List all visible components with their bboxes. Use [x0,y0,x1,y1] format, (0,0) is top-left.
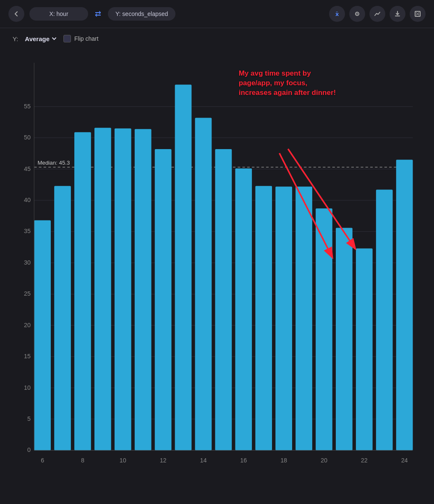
svg-text:14: 14 [200,457,207,464]
download-button[interactable] [390,6,405,22]
flip-checkbox-box [63,35,71,42]
svg-rect-38 [155,149,172,450]
svg-text:18: 18 [280,457,287,464]
svg-rect-44 [235,168,252,450]
svg-text:22: 22 [361,457,368,464]
svg-text:10: 10 [120,457,126,464]
svg-text:16: 16 [240,457,247,464]
svg-text:30: 30 [24,259,31,266]
svg-text:20: 20 [24,322,31,328]
svg-rect-47 [275,186,292,450]
svg-text:50: 50 [24,134,31,141]
chart-container: My avg time spent by page/app, my focus,… [0,50,434,503]
svg-text:25: 25 [24,290,31,297]
svg-text:6: 6 [41,457,44,464]
svg-text:8: 8 [81,457,84,464]
svg-text:24: 24 [401,457,408,464]
svg-rect-37 [135,129,152,450]
svg-text:12: 12 [160,457,167,464]
svg-text:0: 0 [27,446,31,453]
x-bar-icon: x̄ [335,11,339,17]
svg-rect-46 [255,186,272,451]
svg-text:20: 20 [321,457,327,464]
svg-text:55: 55 [24,103,31,110]
svg-rect-49 [295,186,312,450]
flip-chart-toggle[interactable]: Flip chart [63,35,99,42]
svg-rect-40 [175,85,192,451]
svg-rect-50 [316,208,332,450]
svg-rect-31 [54,186,71,451]
trend-button[interactable] [369,6,385,22]
svg-rect-52 [336,228,353,450]
svg-text:15: 15 [24,353,31,360]
swap-axes-icon[interactable]: ⇄ [93,9,103,18]
svg-rect-34 [94,128,111,450]
aggregate-label: Average [25,35,50,42]
svg-rect-56 [396,160,413,450]
svg-point-1 [357,13,358,15]
x-axis-selector[interactable]: X: hour [29,7,88,21]
svg-text:35: 35 [24,228,31,234]
toolbar-actions: x̄ [329,6,426,22]
svg-rect-43 [215,149,232,450]
svg-rect-41 [195,118,212,450]
x-bar-icon-button[interactable]: x̄ [329,6,345,22]
svg-rect-2 [415,11,420,16]
svg-text:45: 45 [24,165,31,172]
pin-button[interactable] [349,6,365,22]
svg-rect-29 [34,220,51,451]
svg-rect-55 [376,190,393,451]
svg-rect-53 [356,249,373,451]
svg-rect-32 [74,132,91,451]
toolbar: X: hour ⇄ Y: seconds_elapsed x̄ [0,0,434,28]
svg-text:10: 10 [24,384,31,391]
controls-row: Y: Average Flip chart [0,28,434,46]
svg-rect-35 [115,129,131,450]
expand-button[interactable] [410,6,426,22]
svg-text:40: 40 [24,197,31,203]
y-prefix-label: Y: [13,35,18,42]
svg-text:Median: 45.3: Median: 45.3 [37,160,70,166]
back-button[interactable] [8,6,24,22]
flip-chart-label: Flip chart [74,35,99,42]
y-axis-selector[interactable]: Y: seconds_elapsed [108,7,175,21]
bar-chart: 0510152025303540455055Median: 45.3681012… [13,54,421,485]
svg-text:5: 5 [27,415,31,422]
aggregate-dropdown[interactable]: Average [25,35,57,42]
